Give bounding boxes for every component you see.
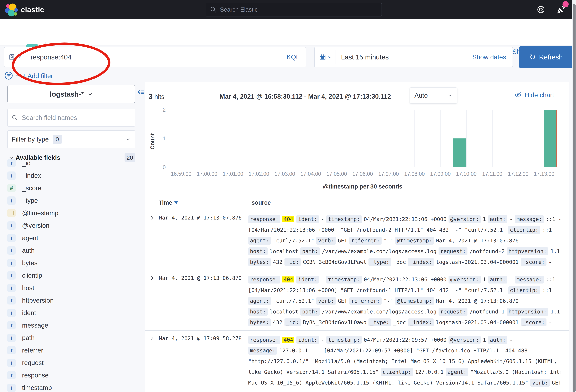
field-item-type[interactable]: t_type [7,194,135,207]
time-range-value[interactable]: Last 15 minutes [341,53,389,61]
chart-gridline [363,110,363,167]
elastic-logo[interactable]: elastic [5,3,44,16]
field-item-referrer[interactable]: treferrer [7,344,135,357]
filter-icon[interactable] [4,71,13,80]
hide-chart-button[interactable]: Hide chart [515,91,554,99]
index-pattern-select[interactable]: logstash-* [7,85,135,103]
field-item-bytes[interactable]: tbytes [7,257,135,269]
field-item-agent[interactable]: tagent [7,232,135,244]
highlighted-value: 404 [282,216,294,222]
field-item-score[interactable]: #_score [7,182,135,194]
refresh-icon: ↻ [529,53,536,61]
filter-by-type-select[interactable]: Filter by type 0 [7,130,135,148]
scrollbar-thumb[interactable] [573,4,576,392]
field-item-message[interactable]: tmessage [7,319,135,332]
divider [16,76,20,76]
field-item-auth[interactable]: tauth [7,244,135,257]
field-name: _index [22,172,41,179]
x-tick-label: 17:11:00 [482,171,502,177]
field-name: _id [22,159,31,167]
field-item-httpversion[interactable]: thttpversion [7,294,135,307]
field-badge: path: [300,247,320,255]
global-header: elastic Search Elastic [0,0,576,19]
news-icon[interactable] [557,5,566,14]
field-item-id[interactable]: t_id [7,157,135,169]
field-item-index[interactable]: t_index [7,169,135,182]
field-value: 04/Mar/2021:22:13:06 +0000 [364,277,447,282]
field-value: "Mozilla/5.0 (Macintosh; Intel [470,369,560,375]
string-type-icon: t [7,159,16,167]
refresh-button[interactable]: ↻ Refresh [519,46,573,68]
collapse-sidebar-icon[interactable] [137,88,145,96]
field-item-clientip[interactable]: tclientip [7,269,135,281]
field-value: 1 [483,337,486,343]
x-tick-label: 17:08:00 [404,171,425,177]
interval-select[interactable]: Auto [410,87,457,103]
divider [25,50,25,64]
global-search-input[interactable]: Search Elastic [206,3,382,16]
string-type-icon: t [7,296,16,305]
field-item-host[interactable]: thost [7,281,135,294]
column-header-time[interactable]: Time [159,199,178,206]
field-badge: message: [248,347,277,355]
field-badge: clientip: [381,368,413,376]
string-type-icon: t [7,259,16,267]
field-item-timestamp[interactable]: ttimestamp [7,381,135,392]
field-value: localhost [270,308,298,315]
show-dates-button[interactable]: Show dates [472,54,513,61]
help-icon[interactable] [537,5,545,14]
x-tick-label: 17:00:00 [197,171,217,177]
field-badge: @timestamp: [395,237,434,245]
field-value: /notfound-2 [469,248,504,254]
field-badge: clientip: [508,226,540,234]
field-value: - [510,337,513,343]
field-item-timestamp[interactable]: @timestamp [7,207,135,219]
x-tick-label: 17:05:00 [326,171,347,177]
histogram-chart[interactable] [168,110,557,167]
field-name: agent [22,234,38,242]
field-value: localhost [270,248,298,254]
row-timestamp: Mar 4, 2021 @ 17:13:07.876 [159,215,242,221]
x-tick-label: 17:06:00 [352,171,373,177]
histogram-bar[interactable] [544,110,557,167]
expand-row-icon[interactable] [149,336,154,341]
chart-gridline [181,110,181,167]
expand-row-icon[interactable] [149,276,154,280]
chevron-down-icon [327,55,332,59]
y-tick-label: 1 [153,136,166,142]
chart-gridline [168,110,557,110]
field-search-input[interactable]: Search field names [7,109,135,127]
field-value: _doc [393,259,406,265]
query-bar[interactable]: response:404 KQL [4,47,306,67]
calendar-icon[interactable] [319,54,326,61]
query-language-button[interactable]: KQL [287,54,306,61]
histogram-bar[interactable] [453,139,466,167]
field-item-ident[interactable]: tident [7,307,135,319]
field-item-version[interactable]: t@version [7,219,135,232]
chart-gridline [207,110,207,167]
row-source: response:404ident:-timestamp:04/Mar/2021… [248,214,560,267]
add-filter-button[interactable]: + Add filter [22,72,53,80]
field-value: - [548,259,552,265]
divider [145,209,569,209]
string-type-icon: t [7,284,16,292]
field-value: 127.0.0.1 [415,369,444,375]
field-item-response[interactable]: tresponse [7,369,135,381]
row-source: response:404ident:-timestamp:04/Mar/2021… [248,335,560,388]
query-input[interactable]: response:404 [30,53,72,61]
string-type-icon: t [7,309,16,317]
expand-row-icon[interactable] [149,215,154,220]
field-item-request[interactable]: trequest [7,357,135,369]
x-tick-label: 17:12:00 [508,171,528,177]
chevron-down-icon [17,55,22,59]
x-tick-label: 17:09:00 [430,171,451,177]
field-item-path[interactable]: tpath [7,332,135,344]
field-badge: response: [248,336,280,344]
field-badge: ident: [296,336,319,344]
field-badge: bytes: [248,318,271,326]
field-badge: agent: [446,368,468,376]
saved-query-icon[interactable] [9,54,16,61]
scrollbar-track[interactable] [572,0,576,392]
highlighted-value: 404 [282,277,294,282]
date-picker[interactable]: Last 15 minutes Show dates [314,47,513,67]
